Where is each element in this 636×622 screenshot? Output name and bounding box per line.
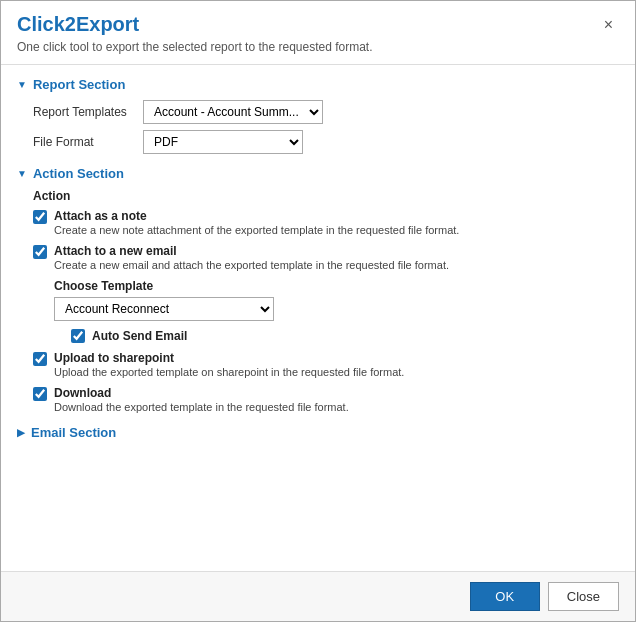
title-divider xyxy=(1,64,635,65)
download-row: Download Download the exported template … xyxy=(33,386,619,413)
dialog-subtitle: One click tool to export the selected re… xyxy=(1,40,635,64)
file-format-row: File Format PDF Excel Word CSV xyxy=(33,130,619,154)
content-area: ▼ Report Section Report Templates Accoun… xyxy=(1,73,635,571)
upload-to-sharepoint-row: Upload to sharepoint Upload the exported… xyxy=(33,351,619,378)
report-section-header[interactable]: ▼ Report Section xyxy=(17,77,619,92)
action-section-arrow: ▼ xyxy=(17,168,27,179)
report-section-body: Report Templates Account - Account Summ.… xyxy=(17,100,619,154)
dialog-title: Click2Export xyxy=(17,13,139,36)
upload-to-sharepoint-checkbox[interactable] xyxy=(33,352,47,366)
attach-to-email-title: Attach to a new email xyxy=(54,244,449,258)
attach-to-email-checkbox[interactable] xyxy=(33,245,47,259)
download-title: Download xyxy=(54,386,349,400)
action-section-header[interactable]: ▼ Action Section xyxy=(17,166,619,181)
report-templates-label: Report Templates xyxy=(33,105,143,119)
report-templates-row: Report Templates Account - Account Summ.… xyxy=(33,100,619,124)
download-checkbox[interactable] xyxy=(33,387,47,401)
close-button[interactable]: Close xyxy=(548,582,619,611)
auto-send-label: Auto Send Email xyxy=(92,329,187,343)
attach-as-note-row: Attach as a note Create a new note attac… xyxy=(33,209,619,236)
report-section-arrow: ▼ xyxy=(17,79,27,90)
report-templates-select[interactable]: Account - Account Summ... xyxy=(143,100,323,124)
attach-to-email-desc: Create a new email and attach the export… xyxy=(54,259,449,271)
email-section-label: Email Section xyxy=(31,425,116,440)
template-select-row: Account Reconnect xyxy=(54,297,619,321)
template-select[interactable]: Account Reconnect xyxy=(54,297,274,321)
attach-as-note-title: Attach as a note xyxy=(54,209,459,223)
upload-to-sharepoint-title: Upload to sharepoint xyxy=(54,351,404,365)
download-desc: Download the exported template in the re… xyxy=(54,401,349,413)
auto-send-row: Auto Send Email xyxy=(71,329,619,343)
upload-to-sharepoint-desc: Upload the exported template on sharepoi… xyxy=(54,366,404,378)
report-section-label: Report Section xyxy=(33,77,125,92)
attach-as-note-checkbox[interactable] xyxy=(33,210,47,224)
attach-as-note-content: Attach as a note Create a new note attac… xyxy=(54,209,459,236)
email-section-header[interactable]: ▶ Email Section xyxy=(17,425,619,440)
attach-to-email-content: Attach to a new email Create a new email… xyxy=(54,244,449,271)
email-section-arrow: ▶ xyxy=(17,427,25,438)
window-close-button[interactable]: × xyxy=(598,15,619,35)
footer: OK Close xyxy=(1,571,635,621)
choose-template-label: Choose Template xyxy=(54,279,619,293)
file-format-label: File Format xyxy=(33,135,143,149)
attach-as-note-desc: Create a new note attachment of the expo… xyxy=(54,224,459,236)
upload-to-sharepoint-content: Upload to sharepoint Upload the exported… xyxy=(54,351,404,378)
dialog: Click2Export × One click tool to export … xyxy=(0,0,636,622)
action-section-label: Action Section xyxy=(33,166,124,181)
action-group-label: Action xyxy=(33,189,619,203)
ok-button[interactable]: OK xyxy=(470,582,540,611)
title-bar: Click2Export × xyxy=(1,1,635,40)
download-content: Download Download the exported template … xyxy=(54,386,349,413)
attach-to-email-row: Attach to a new email Create a new email… xyxy=(33,244,619,271)
auto-send-checkbox[interactable] xyxy=(71,329,85,343)
file-format-select[interactable]: PDF Excel Word CSV xyxy=(143,130,303,154)
action-section-body: Action Attach as a note Create a new not… xyxy=(17,189,619,413)
